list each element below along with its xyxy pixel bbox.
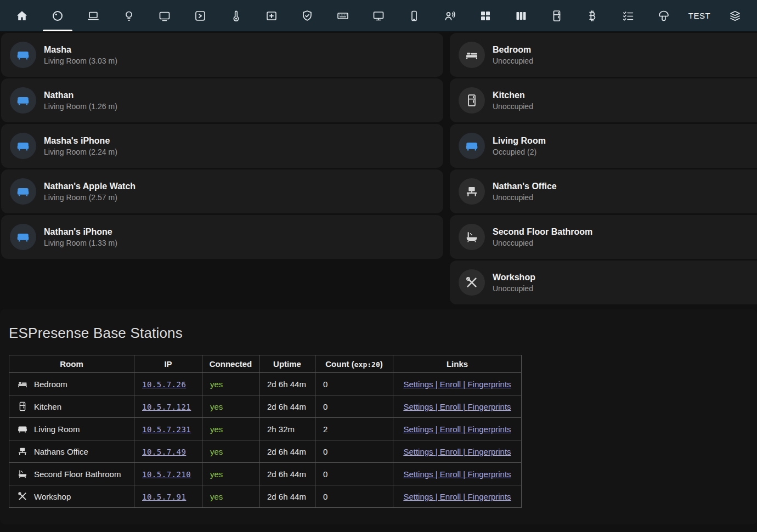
- enroll-link[interactable]: Enroll: [440, 447, 461, 456]
- station-count-cell: 0: [315, 373, 393, 395]
- enroll-link[interactable]: Enroll: [440, 469, 461, 479]
- station-links-cell: Settings | Enroll | Fingerprints: [393, 395, 522, 418]
- device-card[interactable]: Nathan's iPhoneLiving Room (1.33 m): [1, 215, 443, 259]
- ip-link[interactable]: 10.5.7.210: [142, 470, 191, 479]
- settings-link[interactable]: Settings: [403, 380, 433, 389]
- voice-icon: [443, 9, 456, 22]
- fingerprints-link[interactable]: Fingerprints: [467, 380, 511, 389]
- room-card-text: Nathan's OfficeUnoccupied: [493, 182, 557, 202]
- col-header-room: Room: [9, 355, 134, 373]
- station-room-name: Nathans Office: [34, 447, 88, 456]
- room-card[interactable]: Nathan's OfficeUnoccupied: [450, 169, 757, 213]
- device-card[interactable]: MashaLiving Room (3.03 m): [1, 33, 443, 77]
- room-card[interactable]: KitchenUnoccupied: [450, 78, 757, 122]
- tab-checklist[interactable]: [616, 0, 640, 31]
- tab-tv[interactable]: [152, 0, 177, 31]
- station-links-cell: Settings | Enroll | Fingerprints: [393, 373, 522, 395]
- ip-link[interactable]: 10.5.7.26: [142, 380, 186, 389]
- monitor-icon: [372, 9, 385, 22]
- enroll-link[interactable]: Enroll: [440, 492, 461, 501]
- ip-link[interactable]: 10.5.7.121: [142, 403, 191, 411]
- device-name: Nathan's Apple Watch: [44, 182, 135, 191]
- fridge-icon: [17, 401, 28, 412]
- settings-link[interactable]: Settings: [403, 492, 433, 501]
- phone-icon: [408, 9, 421, 22]
- desk-icon: [17, 446, 28, 457]
- device-card[interactable]: Nathan's Apple WatchLiving Room (2.57 m): [1, 169, 443, 213]
- fingerprints-link[interactable]: Fingerprints: [467, 402, 511, 411]
- room-card[interactable]: WorkshopUnoccupied: [450, 261, 757, 304]
- tab-phone[interactable]: [402, 0, 426, 31]
- tab-mushroom[interactable]: [652, 0, 676, 31]
- tab-columns[interactable]: [509, 0, 533, 31]
- settings-link[interactable]: Settings: [403, 402, 433, 411]
- station-room-name: Second Floor Bathroom: [34, 469, 121, 479]
- room-card[interactable]: Living RoomOccupied (2): [450, 124, 757, 168]
- checklist-icon: [622, 9, 635, 22]
- settings-link[interactable]: Settings: [403, 425, 433, 434]
- station-row: Nathans Office10.5.7.49yes2d 6h 44m0Sett…: [9, 440, 522, 463]
- device-name: Nathan's iPhone: [44, 227, 117, 237]
- dashboard-columns: MashaLiving Room (3.03 m)NathanLiving Ro…: [0, 31, 757, 306]
- tab-layers[interactable]: [723, 0, 747, 31]
- tab-lightbulb[interactable]: [117, 0, 141, 31]
- tools-icon: [465, 275, 479, 290]
- station-count-cell: 2: [315, 418, 393, 440]
- link-separator: |: [433, 402, 440, 411]
- station-room-cell: Second Floor Bathroom: [9, 463, 134, 485]
- tab-test[interactable]: TEST: [687, 0, 711, 31]
- tab-radar[interactable]: [46, 0, 70, 31]
- enroll-link[interactable]: Enroll: [440, 425, 461, 434]
- entity-icon-circle: [10, 87, 36, 114]
- room-card-text: Second Floor BathroomUnoccupied: [493, 227, 592, 247]
- col-header-links: Links: [393, 355, 522, 373]
- settings-link[interactable]: Settings: [403, 447, 433, 456]
- tab-voice[interactable]: [438, 0, 462, 31]
- tab-fridge[interactable]: [545, 0, 569, 31]
- dev-console-icon: [194, 9, 207, 22]
- entity-icon-circle: [10, 178, 36, 205]
- tab-monitor[interactable]: [366, 0, 391, 31]
- entity-icon-circle: [459, 42, 485, 68]
- station-ip-cell: 10.5.7.91: [134, 485, 202, 508]
- room-card[interactable]: BedroomUnoccupied: [450, 33, 757, 77]
- entity-icon-circle: [10, 224, 36, 250]
- tab-laptop[interactable]: [81, 0, 105, 31]
- ip-link[interactable]: 10.5.7.231: [142, 425, 191, 434]
- tab-thermometer[interactable]: [224, 0, 248, 31]
- station-room-name: Kitchen: [34, 402, 61, 411]
- ip-link[interactable]: 10.5.7.49: [142, 448, 186, 456]
- tab-shield-check[interactable]: [295, 0, 319, 31]
- col-header-connected: Connected: [202, 355, 259, 373]
- room-card-text: BedroomUnoccupied: [493, 45, 533, 65]
- tools-icon: [17, 491, 28, 502]
- tab-home[interactable]: [10, 0, 34, 31]
- ip-link[interactable]: 10.5.7.91: [142, 493, 186, 501]
- tab-dev-console[interactable]: [188, 0, 212, 31]
- tab-keyboard[interactable]: [331, 0, 355, 31]
- fingerprints-link[interactable]: Fingerprints: [467, 492, 511, 501]
- entity-icon-circle: [10, 42, 36, 68]
- home-icon: [15, 9, 29, 22]
- bitcoin-icon: [586, 9, 599, 22]
- station-uptime-cell: 2d 6h 44m: [259, 463, 315, 485]
- device-card[interactable]: Masha's iPhoneLiving Room (2.24 m): [1, 124, 443, 168]
- fingerprints-link[interactable]: Fingerprints: [467, 469, 511, 479]
- fingerprints-link[interactable]: Fingerprints: [467, 447, 511, 456]
- device-card-text: Nathan's iPhoneLiving Room (1.33 m): [44, 227, 117, 247]
- enroll-link[interactable]: Enroll: [440, 380, 461, 389]
- tab-medkit[interactable]: [259, 0, 284, 31]
- tab-bitcoin[interactable]: [580, 0, 605, 31]
- station-row: Second Floor Bathroom10.5.7.210yes2d 6h …: [9, 463, 522, 485]
- room-card[interactable]: Second Floor BathroomUnoccupied: [450, 215, 757, 259]
- station-room-name: Living Room: [34, 425, 80, 434]
- station-room-cell: Living Room: [9, 418, 134, 440]
- settings-link[interactable]: Settings: [403, 469, 433, 479]
- station-ip-cell: 10.5.7.26: [134, 373, 202, 395]
- tab-dashboard[interactable]: [473, 0, 498, 31]
- device-card[interactable]: NathanLiving Room (1.26 m): [1, 78, 443, 122]
- sofa-icon: [16, 230, 30, 244]
- enroll-link[interactable]: Enroll: [440, 402, 461, 411]
- station-links-cell: Settings | Enroll | Fingerprints: [393, 463, 522, 485]
- fingerprints-link[interactable]: Fingerprints: [467, 425, 511, 434]
